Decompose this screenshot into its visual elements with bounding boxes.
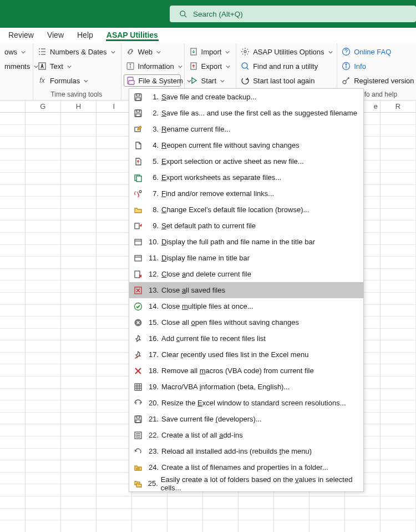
grid-cell[interactable]: [97, 520, 132, 532]
menu-item[interactable]: 1.Save file and create backup...: [129, 89, 363, 105]
grid-cell[interactable]: [132, 496, 168, 508]
grid-cell[interactable]: [97, 449, 132, 460]
grid-cell[interactable]: [26, 364, 61, 376]
grid-cell[interactable]: [97, 305, 132, 317]
comments-button-partial[interactable]: mments: [2, 60, 29, 72]
grid-cell[interactable]: [381, 436, 416, 448]
menu-item[interactable]: 20.Resize the Excel window to standard s…: [129, 395, 363, 411]
grid-cell[interactable]: [61, 209, 97, 220]
grid-cell[interactable]: [345, 520, 381, 532]
grid-cell[interactable]: [26, 113, 61, 124]
grid-cell[interactable]: [0, 413, 26, 424]
grid-cell[interactable]: [26, 220, 61, 232]
tab-asap-utilities[interactable]: ASAP Utilities: [106, 28, 159, 41]
grid-cell[interactable]: [274, 520, 310, 532]
menu-item[interactable]: 4.Reopen current file without saving cha…: [129, 137, 363, 153]
grid-cell[interactable]: [97, 496, 132, 508]
grid-cell[interactable]: [381, 173, 416, 184]
grid-cell[interactable]: [61, 520, 97, 532]
menu-item[interactable]: 16.Add current file to recent files list: [129, 330, 363, 347]
grid-cell[interactable]: [26, 233, 61, 244]
grid-cell[interactable]: [381, 413, 416, 424]
grid-cell[interactable]: [97, 293, 132, 304]
grid-cell[interactable]: [26, 484, 61, 496]
grid-cell[interactable]: [0, 424, 26, 436]
grid-cell[interactable]: [26, 353, 61, 364]
grid-cell[interactable]: [97, 473, 132, 484]
grid-cell[interactable]: [97, 364, 132, 376]
menu-item[interactable]: 24.Create a list of filenames and proper…: [129, 459, 363, 475]
grid-cell[interactable]: [0, 269, 26, 280]
grid-cell[interactable]: [26, 509, 61, 520]
grid-cell[interactable]: [61, 233, 97, 244]
grid-cell[interactable]: [0, 484, 26, 496]
export-button[interactable]: Export: [187, 60, 233, 72]
grid-cell[interactable]: [381, 305, 416, 317]
grid-cell[interactable]: [26, 257, 61, 268]
menu-item[interactable]: 18.Remove all macros (VBA code) from cur…: [129, 363, 363, 379]
grid-cell[interactable]: [97, 509, 132, 520]
numbers-dates-button[interactable]: Numbers & Dates: [35, 46, 118, 58]
grid-cell[interactable]: [381, 113, 416, 124]
grid-cell[interactable]: [381, 353, 416, 364]
grid-cell[interactable]: [97, 329, 132, 340]
grid-cell[interactable]: [203, 496, 239, 508]
grid-cell[interactable]: [26, 340, 61, 352]
grid-cell[interactable]: [381, 449, 416, 460]
grid-cell[interactable]: [61, 269, 97, 280]
menu-item[interactable]: 3.Rename current file...: [129, 121, 363, 137]
grid-cell[interactable]: [274, 509, 310, 520]
grid-cell[interactable]: [97, 233, 132, 244]
grid-cell[interactable]: [97, 149, 132, 160]
menu-item[interactable]: 15.Close all open files without saving c…: [129, 314, 363, 330]
grid-cell[interactable]: [381, 317, 416, 328]
tab-review[interactable]: Review: [8, 28, 34, 41]
menu-item[interactable]: 11.Display file name in title bar: [129, 250, 363, 266]
grid-cell[interactable]: [381, 424, 416, 436]
grid-cell[interactable]: [61, 160, 97, 172]
grid-cell[interactable]: [61, 413, 97, 424]
grid-cell[interactable]: [26, 424, 61, 436]
start-last-tool-button[interactable]: Start last tool again: [239, 74, 333, 87]
grid-cell[interactable]: [26, 329, 61, 340]
grid-cell[interactable]: [0, 329, 26, 340]
grid-cell[interactable]: [26, 280, 61, 292]
import-button[interactable]: Import: [187, 46, 233, 58]
grid-cell[interactable]: [381, 460, 416, 472]
grid-cell[interactable]: [381, 293, 416, 304]
grid-cell[interactable]: [381, 364, 416, 376]
grid-cell[interactable]: [61, 340, 97, 352]
menu-item[interactable]: 5.Export selection or active sheet as ne…: [129, 153, 363, 169]
grid-cell[interactable]: [0, 209, 26, 220]
grid-cell[interactable]: [381, 233, 416, 244]
grid-cell[interactable]: [97, 125, 132, 137]
grid-cell[interactable]: [239, 509, 274, 520]
grid-cell[interactable]: [61, 389, 97, 400]
grid-cell[interactable]: [26, 245, 61, 257]
grid-cell[interactable]: [97, 389, 132, 400]
menu-item[interactable]: 9.Set default path to current file: [129, 218, 363, 234]
grid-cell[interactable]: [26, 473, 61, 484]
grid-cell[interactable]: [0, 473, 26, 484]
grid-cell[interactable]: [26, 305, 61, 317]
tab-view[interactable]: View: [47, 28, 64, 41]
grid-cell[interactable]: [97, 317, 132, 328]
grid-cell[interactable]: [26, 269, 61, 280]
grid-cell[interactable]: [61, 449, 97, 460]
tab-help[interactable]: Help: [77, 28, 94, 41]
find-run-utility-button[interactable]: Find and run a utility: [239, 60, 333, 72]
grid-cell[interactable]: [26, 520, 61, 532]
grid-cell[interactable]: [61, 113, 97, 124]
grid-cell[interactable]: [61, 329, 97, 340]
grid-cell[interactable]: [0, 160, 26, 172]
grid-cell[interactable]: [0, 149, 26, 160]
grid-cell[interactable]: [61, 257, 97, 268]
file-system-button[interactable]: File & System: [124, 74, 181, 87]
grid-cell[interactable]: [26, 125, 61, 137]
grid-cell[interactable]: [0, 520, 26, 532]
grid-cell[interactable]: [26, 149, 61, 160]
grid-cell[interactable]: [61, 473, 97, 484]
grid-cell[interactable]: [381, 520, 416, 532]
grid-cell[interactable]: [61, 293, 97, 304]
grid-cell[interactable]: [61, 436, 97, 448]
